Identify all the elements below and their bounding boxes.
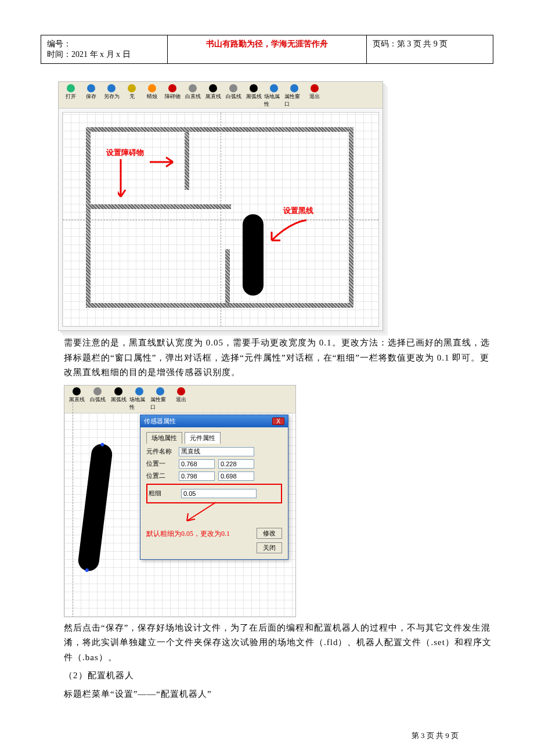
- paragraph-4: 标题栏菜单“设置”——“配置机器人”: [64, 687, 493, 702]
- tb2-fieldprop-label: 场地属性: [129, 396, 149, 411]
- black-line-object[interactable]: [243, 214, 264, 296]
- screenshot-field-designer: 打开 保存 另存为 无 蜡烛 障碍物 白直线 黑直线 白弧线 黑弧线 场地属性 …: [58, 81, 383, 331]
- sensor-properties-dialog: 传感器属性 X 场地属性 元件属性 元件名称 位置一 位置二: [140, 415, 288, 560]
- label-pos1: 位置一: [146, 459, 175, 468]
- annot-thickness-arrow-icon: [181, 501, 228, 524]
- tb-blackline[interactable]: 黑直线: [203, 84, 223, 108]
- header-page-info: 页码：第 3 页 共 9 页: [366, 35, 493, 64]
- tb2-propwin[interactable]: 属性窗口: [150, 387, 170, 411]
- label-component-name: 元件名称: [146, 447, 175, 456]
- tb-saveas-label: 另存为: [104, 93, 120, 100]
- input-pos2-x[interactable]: [179, 471, 215, 481]
- grid-centerline: [63, 219, 378, 220]
- obstacle-wall: [349, 127, 353, 307]
- obstacle-wall: [86, 127, 353, 132]
- tb-none[interactable]: 无: [122, 84, 142, 108]
- annot-blackline-arrow-icon: [266, 217, 312, 252]
- tb-exit[interactable]: 退出: [305, 84, 324, 108]
- tb-whitearc-label: 白弧线: [226, 93, 241, 100]
- tab-field-props[interactable]: 场地属性: [146, 432, 182, 444]
- dialog-title-text: 传感器属性: [144, 417, 176, 426]
- tb-none-label: 无: [129, 93, 135, 100]
- tb-save[interactable]: 保存: [81, 84, 101, 108]
- tb2-exit[interactable]: 退出: [171, 387, 191, 411]
- row-component-name: 元件名称: [146, 447, 282, 456]
- toolbar-1: 打开 保存 另存为 无 蜡烛 障碍物 白直线 黑直线 白弧线 黑弧线 场地属性 …: [59, 82, 383, 109]
- header-left-cell: 编号： 时间：2021 年 x 月 x 日: [41, 35, 168, 64]
- annot-blackline-text: 设置黑线: [283, 206, 313, 216]
- grid-centerline: [73, 403, 73, 617]
- input-pos1-y[interactable]: [218, 459, 254, 469]
- tb2-whitearc-label: 白弧线: [90, 396, 106, 404]
- tb2-blackline-label: 黑直线: [69, 396, 85, 404]
- row-thickness: 粗细: [149, 489, 280, 498]
- obstacle-wall: [86, 204, 231, 209]
- tb-obstacle-label: 障碍物: [165, 93, 181, 100]
- input-thickness[interactable]: [181, 489, 257, 498]
- tb-obstacle[interactable]: 障碍物: [163, 84, 182, 108]
- tb-save-label: 保存: [86, 93, 96, 100]
- tb-saveas[interactable]: 另存为: [102, 84, 121, 108]
- label-thickness: 粗细: [149, 489, 178, 498]
- row-pos1: 位置一: [146, 459, 282, 469]
- tab-component-props[interactable]: 元件属性: [185, 432, 221, 444]
- close-icon[interactable]: X: [272, 417, 284, 425]
- tb-candle[interactable]: 蜡烛: [142, 84, 162, 108]
- annot-thickness-note: 默认粗细为0.05，更改为0.1: [146, 529, 250, 539]
- tb2-blackline[interactable]: 黑直线: [67, 387, 86, 411]
- tb-open[interactable]: 打开: [61, 84, 81, 108]
- page-footer: 第 3 页 共 9 页: [41, 730, 459, 741]
- input-component-name[interactable]: [179, 447, 254, 456]
- tb2-propwin-label: 属性窗口: [150, 396, 170, 411]
- tb2-fieldprop[interactable]: 场地属性: [129, 387, 149, 411]
- obstacle-wall: [185, 132, 189, 190]
- obstacle-wall: [86, 303, 353, 308]
- label-pos2: 位置二: [146, 471, 175, 480]
- tb2-blackarc-label: 黑弧线: [111, 396, 127, 404]
- screenshot-properties-dialog: 黑直线 白弧线 黑弧线 场地属性 属性窗口 退出 传感器属性 X 场地属性 元件…: [64, 385, 296, 617]
- dialog-tabs: 场地属性 元件属性: [146, 432, 282, 444]
- tb-propwin-label: 属性窗口: [284, 93, 304, 108]
- modify-button[interactable]: 修改: [257, 528, 282, 539]
- obstacle-wall: [86, 127, 91, 307]
- input-pos2-y[interactable]: [218, 471, 254, 481]
- doc-id: 编号：: [47, 39, 161, 49]
- tb-blackline-label: 黑直线: [205, 93, 221, 100]
- tb-propwin[interactable]: 属性窗口: [284, 84, 304, 108]
- header-motto: 书山有路勤为径，学海无涯苦作舟: [168, 35, 367, 64]
- doc-header-table: 编号： 时间：2021 年 x 月 x 日 书山有路勤为径，学海无涯苦作舟 页码…: [41, 35, 493, 64]
- annot-obstacle-text: 设置障碍物: [106, 147, 144, 158]
- design-canvas[interactable]: 设置障碍物 设置黑线: [62, 112, 379, 327]
- annot-obstacle-arrow-icon: [118, 156, 193, 208]
- paragraph-1: 需要注意的是，黑直线默认宽度为 0.05，需要手动更改宽度为 0.1。更改方法：…: [64, 336, 493, 380]
- row-pos2: 位置二: [146, 471, 282, 481]
- close-button[interactable]: 关闭: [257, 542, 282, 553]
- black-line-object-selected[interactable]: [77, 442, 114, 572]
- tb-fieldprop-label: 场地属性: [264, 93, 284, 108]
- dialog-titlebar[interactable]: 传感器属性 X: [140, 415, 288, 427]
- tb-whiteline[interactable]: 白直线: [183, 84, 203, 108]
- paragraph-2: 然后点击“保存”，保存好场地设计文件，为了在后面的编程和配置机器人的过程中，不与…: [64, 621, 493, 665]
- tb2-whitearc[interactable]: 白弧线: [88, 387, 107, 411]
- tb2-exit-label: 退出: [176, 396, 186, 404]
- tb-whiteline-label: 白直线: [185, 93, 201, 100]
- tb-blackarc[interactable]: 黑弧线: [244, 84, 264, 108]
- paragraph-3: （2）配置机器人: [64, 668, 493, 683]
- tb-whitearc[interactable]: 白弧线: [223, 84, 243, 108]
- tb-blackarc-label: 黑弧线: [246, 93, 262, 100]
- input-pos1-x[interactable]: [179, 459, 215, 469]
- tb2-blackarc[interactable]: 黑弧线: [109, 387, 128, 411]
- tb-candle-label: 蜡烛: [147, 93, 157, 100]
- toolbar-2: 黑直线 白弧线 黑弧线 场地属性 属性窗口 退出: [64, 386, 295, 413]
- tb-fieldprop[interactable]: 场地属性: [264, 84, 284, 108]
- tb-open-label: 打开: [66, 93, 76, 100]
- tb-exit-label: 退出: [309, 93, 320, 100]
- doc-time: 时间：2021 年 x 月 x 日: [47, 49, 161, 60]
- obstacle-wall: [225, 249, 230, 304]
